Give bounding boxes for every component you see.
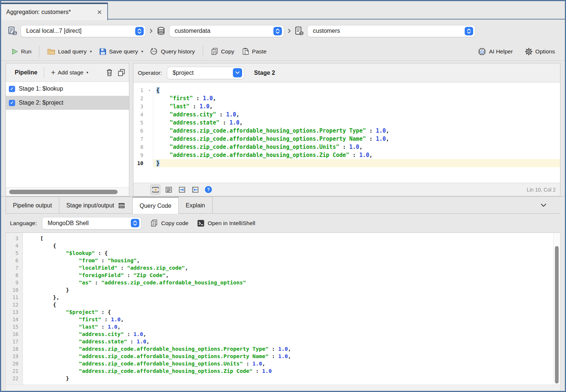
close-icon[interactable] — [97, 10, 102, 15]
stage-code-editor[interactable]: 1▾{2 "first" : 1.0,3 "last" : 1.0,4 "add… — [133, 83, 560, 183]
copy-code-button[interactable]: Copy code — [150, 219, 188, 227]
code-line[interactable]: 14 "first" : 1.0, — [6, 316, 553, 323]
code-text: "address.zip_code.affordable_housing_opt… — [23, 345, 553, 353]
ai-helper-button[interactable]: {} AI Helper — [475, 45, 516, 58]
terminal-icon — [197, 220, 205, 227]
fold-marker-icon[interactable]: ▾ — [146, 86, 153, 94]
code-line[interactable]: 3 [ — [6, 235, 553, 242]
operator-select-value: $project — [172, 70, 230, 76]
code-line[interactable]: 11 }, — [6, 294, 553, 301]
fold-gutter — [146, 102, 153, 111]
indent-left-button[interactable] — [190, 185, 200, 195]
language-select[interactable]: MongoDB Shell — [42, 217, 142, 230]
duplicate-stage-icon[interactable] — [118, 69, 125, 76]
code-text: "address.zip_code.affordable_housing_opt… — [153, 127, 560, 135]
tab-pipeline-output[interactable]: Pipeline output — [6, 197, 59, 214]
line-number: 12 — [6, 301, 23, 308]
help-icon: ? — [205, 186, 212, 193]
hscrollbar-thumb[interactable] — [9, 190, 118, 194]
code-line[interactable]: 16 "address.city" : 1.0, — [6, 330, 553, 338]
code-line[interactable]: 18 "address.zip_code.affordable_housing_… — [6, 345, 553, 353]
code-line[interactable]: 3 "last" : 1.0, — [133, 102, 560, 111]
code-line[interactable]: 20 "address.zip_code.affordable_housing_… — [6, 360, 553, 367]
database-select[interactable]: customerdata — [169, 25, 284, 37]
copy-button[interactable]: Copy — [208, 45, 237, 57]
load-query-button[interactable]: Load query ▾ — [45, 46, 94, 57]
query-history-button[interactable]: Query history — [148, 45, 197, 57]
tab-explain[interactable]: Explain — [179, 197, 212, 214]
code-line[interactable]: 9 "as" : "address.zip_code.affordable_ho… — [6, 279, 553, 286]
pipeline-panel: Pipeline + Add stage ▾ ✓ Stage 1: $looku… — [6, 63, 129, 196]
code-line[interactable]: 4 { — [6, 242, 553, 249]
delete-stage-icon[interactable] — [106, 69, 113, 77]
history-icon — [150, 48, 158, 55]
format-code-icon — [152, 186, 159, 193]
line-number: 7 — [6, 264, 23, 272]
code-line[interactable]: 5 "address.state" : 1.0, — [133, 119, 560, 127]
code-line[interactable]: 10 } — [6, 286, 553, 294]
code-line[interactable]: 17 "address.state" : 1.0, — [6, 338, 553, 345]
connection-select[interactable]: Local local...7 [direct] — [21, 25, 146, 37]
code-text: { — [23, 242, 553, 249]
collection-select[interactable]: customers — [307, 25, 475, 37]
format-code-button[interactable] — [150, 185, 160, 195]
stage-row-2[interactable]: ✓ Stage 2: $project — [6, 96, 129, 110]
code-line[interactable]: 5 "$lookup" : { — [6, 249, 553, 257]
code-line[interactable]: 13 "$project" : { — [6, 308, 553, 316]
stage-checkbox[interactable]: ✓ — [9, 100, 15, 106]
code-line[interactable]: 7 "address.zip_code.affordable_housing_o… — [133, 135, 560, 143]
pipeline-hscrollbar[interactable] — [6, 187, 129, 196]
code-text: } — [23, 286, 553, 294]
horizontal-scrollbar-track[interactable] — [6, 385, 560, 391]
caret-down-icon: ▾ — [90, 49, 92, 53]
code-text: { — [153, 86, 560, 94]
code-line[interactable]: 6 "address.zip_code.affordable_housing_o… — [133, 127, 560, 135]
run-button[interactable]: Run — [8, 46, 34, 57]
stage-row-1[interactable]: ✓ Stage 1: $lookup — [6, 82, 129, 96]
toolbar-separator — [39, 46, 39, 57]
vertical-scrollbar[interactable] — [553, 233, 560, 385]
operator-select[interactable]: $project — [167, 67, 244, 79]
line-number: 16 — [6, 330, 23, 338]
code-line[interactable]: 12 { — [6, 301, 553, 308]
code-line[interactable]: 4 "address.city" : 1.0, — [133, 111, 560, 119]
chevron-right-icon — [287, 28, 291, 34]
code-line[interactable]: 2 "first" : 1.0, — [133, 94, 560, 102]
code-line[interactable]: 10} — [133, 159, 560, 167]
cursor-position-status: Lin 10, Col 2 — [527, 187, 556, 193]
database-icon — [156, 26, 166, 36]
code-text: } — [23, 375, 553, 382]
copy-icon — [211, 48, 219, 55]
tab-query-code[interactable]: Query Code — [133, 197, 179, 214]
vscrollbar-thumb[interactable] — [555, 246, 559, 384]
code-line[interactable]: 19 "address.zip_code.affordable_housing_… — [6, 353, 553, 360]
code-line[interactable]: 7 "localField" : "address.zip_code", — [6, 264, 553, 272]
line-number: 9 — [133, 151, 146, 159]
paste-button[interactable]: Paste — [239, 45, 269, 57]
code-line[interactable]: 15 "last" : 1.0, — [6, 323, 553, 330]
tab-aggregation-customers[interactable]: Aggregation: customers* — [1, 3, 108, 20]
code-text: "from" : "housing", — [23, 257, 553, 264]
query-code-editor[interactable]: 3 [4 {5 "$lookup" : {6 "from" : "housing… — [6, 233, 553, 385]
indent-right-button[interactable] — [177, 185, 187, 195]
code-line[interactable]: 21 "address.zip_code.affordable_housing_… — [6, 367, 553, 375]
open-intellishell-button[interactable]: Open in IntelliShell — [197, 220, 255, 227]
align-text-button[interactable] — [164, 185, 174, 195]
code-line[interactable]: 8 "address.zip_code.affordable_housing_o… — [133, 143, 560, 151]
add-stage-button[interactable]: + Add stage ▾ — [51, 69, 88, 76]
line-number: 4 — [6, 242, 23, 249]
collapse-panel-icon[interactable] — [541, 203, 546, 207]
tab-stage-input-output[interactable]: Stage input/output — [59, 197, 133, 214]
stage-checkbox[interactable]: ✓ — [9, 86, 15, 92]
options-button[interactable]: Options — [522, 45, 558, 58]
code-line[interactable]: 6 "from" : "housing", — [6, 257, 553, 264]
code-line[interactable]: 9 "address.zip_code.affordable_housing_o… — [133, 151, 560, 159]
code-line[interactable]: 8 "foreignField" : "Zip Code", — [6, 272, 553, 279]
save-query-button[interactable]: Save query ▾ — [97, 46, 146, 57]
line-number: 21 — [6, 367, 23, 375]
code-text: "address.city" : 1.0, — [153, 111, 560, 119]
code-line[interactable]: 1▾{ — [133, 86, 560, 94]
code-line[interactable]: 22 } — [6, 375, 553, 382]
help-button[interactable]: ? — [203, 185, 213, 195]
indent-left-icon — [192, 186, 199, 193]
